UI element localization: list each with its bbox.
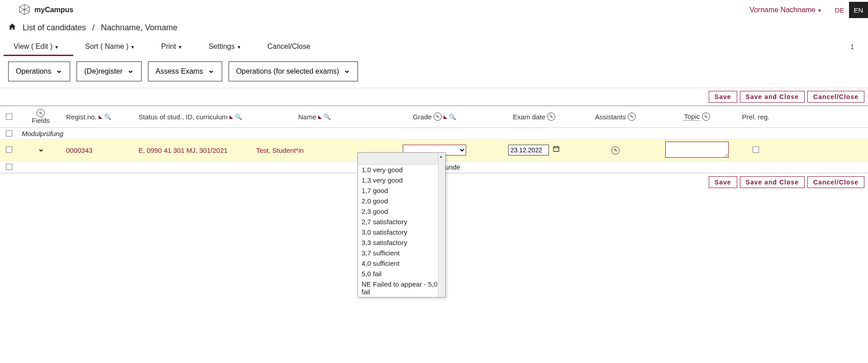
grade-option[interactable]: 1,3 very good <box>358 175 445 185</box>
th-regist[interactable]: Regist.no. ◣ 🔍 <box>63 113 136 121</box>
user-menu[interactable]: Vorname Nachname <box>740 2 830 18</box>
action-buttons: Operations (De)register Assess Exams Ope… <box>0 56 868 88</box>
chevron-down-icon <box>343 66 350 76</box>
deregister-label: (De)register <box>84 67 122 75</box>
group-checkbox[interactable] <box>6 130 12 137</box>
th-fields: Fields <box>18 109 63 125</box>
ops-selected-button[interactable]: Operations (for selected exams) <box>229 61 358 81</box>
search-icon: 🔍 <box>235 113 242 120</box>
group-row: Modulprüfung <box>0 128 868 140</box>
th-examdate[interactable]: Exam date <box>493 113 575 121</box>
menu-sort-label: Sort ( Name ) <box>85 42 129 51</box>
brand: myCampus <box>18 3 73 17</box>
save-button[interactable]: Save <box>709 91 737 103</box>
chevron-down-icon <box>127 66 134 76</box>
grade-option[interactable]: 1,0 very good <box>358 165 445 175</box>
edit-icon <box>434 113 442 121</box>
th-assistants[interactable]: Assistants <box>575 113 656 121</box>
save-close-button[interactable]: Save and Close <box>740 91 805 103</box>
edit-icon <box>628 113 636 121</box>
sort-icon: ◣ <box>229 114 233 120</box>
menu-sort[interactable]: Sort ( Name ) <box>85 42 134 51</box>
menu-cancel-label: Cancel/Close <box>267 42 310 51</box>
th-topic-label: Topic <box>684 113 700 121</box>
menu-view-label: View ( Edit ) <box>14 42 52 51</box>
chevron-down-icon <box>238 42 240 51</box>
cube-icon <box>18 3 31 17</box>
top-right: Vorname Nachname DE EN <box>740 2 868 18</box>
svg-rect-4 <box>553 146 559 151</box>
topic-input[interactable] <box>665 141 729 158</box>
chevron-down-icon <box>131 42 134 51</box>
edit-icon <box>547 113 555 121</box>
chevron-down-icon <box>55 42 58 51</box>
home-icon[interactable] <box>8 23 16 33</box>
topbar: myCampus Vorname Nachname DE EN <box>0 0 868 20</box>
edit-icon <box>702 113 710 121</box>
th-prel: Prel. reg. <box>738 113 774 121</box>
grade-option-blank[interactable] <box>358 153 445 165</box>
operations-button[interactable]: Operations <box>8 61 70 81</box>
menu-view[interactable]: View ( Edit ) <box>14 42 58 51</box>
grade-dropdown[interactable]: 1,0 very good1,3 very good1,7 good2,0 go… <box>358 152 446 191</box>
lang-de[interactable]: DE <box>830 2 849 18</box>
breadcrumb-sep: / <box>92 23 95 33</box>
resize-icon[interactable]: ↕ <box>850 41 854 52</box>
chevron-down-icon <box>179 42 181 51</box>
th-prel-label: Prel. reg. <box>742 113 770 121</box>
prel-checkbox[interactable] <box>753 146 759 153</box>
sort-icon: ◣ <box>444 114 447 120</box>
cancel-close-button[interactable]: Cancel/Close <box>807 91 864 103</box>
th-assistants-label: Assistants <box>595 113 626 121</box>
assistants-edit-icon[interactable] <box>611 146 620 155</box>
row-checkbox[interactable] <box>6 146 12 153</box>
th-regist-label: Regist.no. <box>66 113 97 121</box>
brand-text: myCampus <box>34 6 73 14</box>
name-link[interactable]: Test, Student*in <box>256 146 304 154</box>
save-close-button[interactable]: Save and Close <box>740 176 805 188</box>
exam-date-input[interactable] <box>508 145 549 156</box>
th-topic[interactable]: Topic <box>656 113 738 121</box>
sort-icon: ◣ <box>318 114 322 120</box>
menu-print-label: Print <box>161 42 176 51</box>
assess-label: Assess Exams <box>156 67 203 75</box>
breadcrumb-list[interactable]: List of candidates <box>23 23 86 33</box>
th-status[interactable]: Status of stud., ID, curriculum ◣ 🔍 <box>136 113 253 121</box>
menu-cancel[interactable]: Cancel/Close <box>267 42 310 51</box>
sort-icon: ◣ <box>99 114 102 120</box>
assess-button[interactable]: Assess Exams <box>148 61 222 81</box>
lang-en[interactable]: EN <box>849 2 868 18</box>
cancel-close-button[interactable]: Cancel/Close <box>807 176 864 188</box>
th-status-label: Status of stud., ID, curriculum <box>138 113 228 121</box>
th-fields-label: Fields <box>32 117 50 125</box>
th-checkbox <box>0 113 18 120</box>
ops-selected-label: Operations (for selected exams) <box>236 67 339 75</box>
th-name-label: Name <box>298 113 316 121</box>
menu-print[interactable]: Print <box>161 42 181 51</box>
chevron-down-icon <box>56 66 62 76</box>
menu-settings[interactable]: Settings <box>209 42 240 51</box>
th-grade-label: Grade <box>413 113 432 121</box>
regist-link[interactable]: 0000343 <box>66 146 92 154</box>
search-icon: 🔍 <box>449 113 456 120</box>
calendar-icon[interactable] <box>553 146 560 154</box>
th-examdate-label: Exam date <box>513 113 545 121</box>
th-grade[interactable]: Grade ◣ 🔍 <box>376 113 493 121</box>
chevron-down-icon <box>818 6 821 14</box>
search-icon: 🔍 <box>324 113 331 120</box>
status-link[interactable]: E, 0990 41 301 MJ, 301/2021 <box>138 146 228 154</box>
expand-icon[interactable] <box>38 146 44 154</box>
deregister-button[interactable]: (De)register <box>76 61 141 81</box>
select-all-checkbox[interactable] <box>6 113 12 120</box>
th-name[interactable]: Name ◣ 🔍 <box>253 113 376 121</box>
scrollbar[interactable] <box>438 153 445 191</box>
active-underline <box>4 55 73 56</box>
footer-checkbox[interactable] <box>6 164 12 170</box>
table-header: Fields Regist.no. ◣ 🔍 Status of stud., I… <box>0 106 868 128</box>
operations-label: Operations <box>16 67 51 75</box>
save-button[interactable]: Save <box>709 176 737 188</box>
edit-icon[interactable] <box>37 109 45 117</box>
menu-settings-label: Settings <box>209 42 235 51</box>
save-row-top: Save Save and Close Cancel/Close <box>0 88 868 105</box>
grade-option[interactable]: 1,7 good <box>358 185 445 191</box>
